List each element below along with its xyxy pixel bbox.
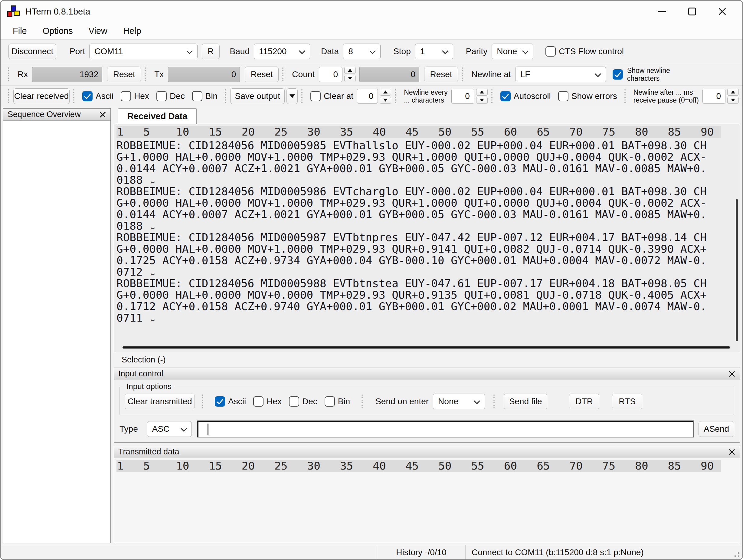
clear-transmitted-button[interactable]: Clear transmitted <box>125 394 195 410</box>
clear-at-spin-up-button[interactable] <box>380 89 391 96</box>
tx-bin-checkbox[interactable] <box>324 396 335 406</box>
send-input-field[interactable] <box>196 421 694 437</box>
save-output-button[interactable]: Save output <box>230 88 285 104</box>
received-line: ROBBEIMUE: CID1284056 MID0005985 EVThall… <box>117 140 737 151</box>
rx-ascii-checkbox[interactable] <box>82 91 93 101</box>
tx-dec-label: Dec <box>302 397 317 406</box>
cts-flow-control-checkbox[interactable] <box>545 46 556 56</box>
text-cursor <box>208 424 209 435</box>
sequence-overview-close-icon[interactable] <box>99 111 106 118</box>
clear-at-field[interactable]: 0 <box>357 89 378 104</box>
tx-bin-label: Bin <box>338 397 350 406</box>
toolbar-drag-handle[interactable] <box>395 89 397 103</box>
newline-after-field[interactable]: 0 <box>702 89 726 104</box>
rx-reset-button[interactable]: Reset <box>107 67 141 82</box>
tx-ascii-checkbox[interactable] <box>215 396 225 406</box>
menu-view[interactable]: View <box>81 25 115 37</box>
count-spinner-field[interactable]: 0 <box>319 67 343 82</box>
toolbar-drag-handle[interactable] <box>145 68 146 81</box>
newline-at-select[interactable]: LF <box>515 67 606 82</box>
newline-after-spin-down-button[interactable] <box>727 97 739 104</box>
received-data-view[interactable]: 1 5 10 15 20 25 30 35 40 45 50 55 60 65 … <box>114 124 740 353</box>
newline-after-label-line1: Newline after ... ms <box>633 88 693 96</box>
toolbar-drag-handle[interactable] <box>624 89 626 103</box>
autoscroll-checkbox[interactable] <box>500 91 511 101</box>
newline-glyph-icon: ↵ <box>150 224 154 231</box>
toolbar-drag-handle[interactable] <box>73 89 75 103</box>
send-file-button[interactable]: Send file <box>504 394 547 410</box>
count-reset-button[interactable]: Reset <box>424 67 458 82</box>
tx-dec-checkbox[interactable] <box>289 396 299 406</box>
toolbar-drag-handle[interactable] <box>301 89 303 103</box>
asend-button[interactable]: ASend <box>699 421 734 437</box>
save-output-dropdown-button[interactable] <box>287 88 298 104</box>
toolbar-drag-handle[interactable] <box>8 89 10 103</box>
type-select[interactable]: ASC <box>147 421 192 437</box>
minimize-icon <box>658 11 666 12</box>
newline-every-spin-up-button[interactable] <box>476 89 488 96</box>
tx-reset-button[interactable]: Reset <box>245 67 279 82</box>
transmitted-data-view[interactable]: 1 5 10 15 20 25 30 35 40 45 50 55 60 65 … <box>114 458 740 543</box>
newline-every-field[interactable]: 0 <box>451 89 474 104</box>
toolbar-drag-handle <box>361 394 363 408</box>
menu-file[interactable]: File <box>5 25 35 37</box>
toolbar-drag-handle[interactable] <box>282 68 284 81</box>
newline-every-spin-down-button[interactable] <box>476 97 488 104</box>
rx-hex-checkbox[interactable] <box>121 91 131 101</box>
input-focus-bar <box>197 422 199 437</box>
count-spin-down-button[interactable] <box>344 75 356 82</box>
rx-dec-checkbox[interactable] <box>157 91 167 101</box>
minimize-button[interactable] <box>655 4 669 19</box>
rx-bin-checkbox[interactable] <box>192 91 203 101</box>
stop-bits-select[interactable]: 1 <box>415 44 453 59</box>
transmitted-data-title: Transmitted data <box>118 447 179 457</box>
count-spin-up-button[interactable] <box>344 67 356 74</box>
clear-received-button[interactable]: Clear received <box>13 88 70 104</box>
maximize-button[interactable] <box>685 4 699 19</box>
tx-hex-checkbox[interactable] <box>253 396 263 406</box>
clear-at-checkbox[interactable] <box>310 91 321 101</box>
rts-button[interactable]: RTS <box>612 394 642 410</box>
parity-select[interactable]: None <box>492 44 533 59</box>
port-label: Port <box>70 47 85 56</box>
toolbar-drag-handle[interactable] <box>491 89 493 103</box>
show-errors-checkbox[interactable] <box>558 91 568 101</box>
window-title: HTerm 0.8.1beta <box>26 7 90 17</box>
baud-label: Baud <box>230 47 250 56</box>
dtr-button[interactable]: DTR <box>569 394 599 410</box>
tab-received-data[interactable]: Received Data <box>118 108 196 124</box>
send-on-enter-select[interactable]: None <box>433 394 485 410</box>
count-label: Count <box>292 70 315 79</box>
toolbar-drag-handle[interactable] <box>8 68 10 81</box>
port-select[interactable]: COM11 <box>89 44 198 59</box>
transmitted-data-close-icon[interactable] <box>728 448 735 456</box>
input-control-header: Input control <box>114 368 740 380</box>
rescan-ports-button[interactable]: R <box>202 44 219 59</box>
menu-options[interactable]: Options <box>35 25 81 37</box>
app-logo-icon <box>7 5 20 18</box>
received-vertical-scrollbar[interactable] <box>736 199 738 341</box>
rx-hex-label: Hex <box>134 91 149 101</box>
received-horizontal-scrollbar[interactable] <box>123 346 730 348</box>
received-line: G+0.0000 HAL+0.0000 MOV+1.0000 TMP+029.9… <box>117 243 737 255</box>
disconnect-button[interactable]: Disconnect <box>8 44 56 59</box>
input-control-close-icon[interactable] <box>728 370 735 378</box>
data-bits-select[interactable]: 8 <box>343 44 381 59</box>
toolbar-drag-handle[interactable] <box>225 89 227 103</box>
input-control-panel: Input control Input options Clear transm… <box>114 368 740 443</box>
toolbar-drag-handle[interactable] <box>462 68 464 81</box>
newline-after-label-line2: receive pause (0=off) <box>633 96 699 104</box>
newline-after-spin-up-button[interactable] <box>727 89 739 96</box>
resize-grip[interactable] <box>738 555 739 557</box>
sequence-overview-list[interactable] <box>3 121 111 543</box>
close-button[interactable] <box>715 4 730 19</box>
history-status: History -/0/10 <box>377 545 466 559</box>
input-options-group: Input options Clear transmitted Ascii He… <box>120 387 734 415</box>
stop-bits-label: Stop <box>393 47 411 56</box>
autoscroll-label: Autoscroll <box>514 91 551 101</box>
clear-at-spin-down-button[interactable] <box>380 97 391 104</box>
menu-help[interactable]: Help <box>115 25 149 37</box>
transmitted-column-ruler: 1 5 10 15 20 25 30 35 40 45 50 55 60 65 … <box>117 460 721 472</box>
baud-select[interactable]: 115200 <box>254 44 310 59</box>
show-newline-checkbox[interactable] <box>613 69 623 80</box>
